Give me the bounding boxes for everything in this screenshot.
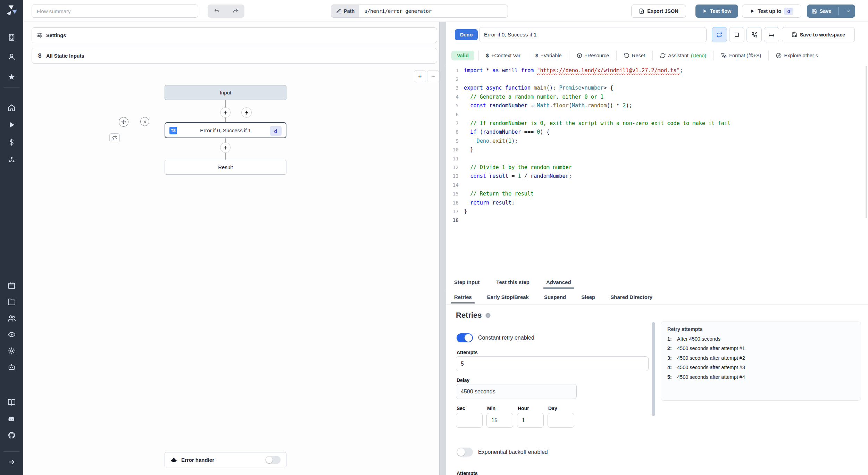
add-context-var-button[interactable]: $+Context Var <box>478 51 528 60</box>
subtab-shared-directory[interactable]: Shared Directory <box>610 291 653 303</box>
reset-button[interactable]: Reset <box>616 51 652 60</box>
save-button[interactable]: Save <box>807 5 836 17</box>
sidebar-gear-icon[interactable] <box>8 347 16 355</box>
suspend-button[interactable] <box>746 27 762 42</box>
hour-input[interactable] <box>517 413 544 428</box>
code-line[interactable]: 9 Deno.exit(1); <box>446 136 868 145</box>
add-resource-button[interactable]: +Resource <box>569 51 617 60</box>
code-line[interactable]: 17} <box>446 207 868 216</box>
all-static-inputs-button[interactable]: $ All Static Inputs <box>32 48 437 64</box>
code-line[interactable]: 15 // Return the result <box>446 189 868 198</box>
delay-input[interactable] <box>456 384 577 399</box>
compass-icon <box>776 53 782 58</box>
code-line[interactable]: 5 const randomNumber = Math.floor(Math.r… <box>446 101 868 110</box>
add-step-button[interactable] <box>220 107 231 118</box>
stop-button[interactable] <box>729 27 744 42</box>
delete-step-button[interactable] <box>140 117 149 126</box>
code-line[interactable]: 11 <box>446 154 868 163</box>
code-line[interactable]: 8 if (randomNumber === 0) { <box>446 128 868 136</box>
code-line[interactable]: 13 const result = 1 / randomNumber; <box>446 172 868 181</box>
sidebar-resources-icon[interactable] <box>8 156 16 164</box>
code-line[interactable]: 2 <box>446 75 868 83</box>
sidebar-eye-icon[interactable] <box>8 331 16 339</box>
format-button[interactable]: Format (⌘+S) <box>713 51 768 60</box>
code-editor[interactable]: 1import * as wmill from "https://deno.la… <box>446 64 868 275</box>
code-line[interactable]: 4 // Generate a random number, either 0 … <box>446 92 868 101</box>
min-input[interactable] <box>486 413 513 428</box>
sleep-button[interactable] <box>764 27 779 42</box>
add-variable-button[interactable]: $+Variable <box>528 51 569 60</box>
rotate-ccw-icon <box>624 53 629 58</box>
content-scrollbar[interactable] <box>652 322 655 416</box>
exponential-backoff-toggle[interactable] <box>457 448 473 457</box>
sidebar-robot-icon[interactable] <box>8 363 16 371</box>
panel-resize-handle[interactable] <box>439 22 446 475</box>
code-line[interactable]: 6 <box>446 110 868 119</box>
editor-scrollbar[interactable] <box>866 66 867 218</box>
retry-indicator-badge[interactable] <box>109 133 120 142</box>
code-line[interactable]: 16 return result; <box>446 198 868 207</box>
sidebar-star-icon[interactable] <box>8 73 16 81</box>
export-json-button[interactable]: Export JSON <box>631 5 686 18</box>
move-step-button[interactable] <box>119 117 128 127</box>
assistant-button[interactable]: Assistant(Deno) <box>652 51 713 60</box>
trigger-bolt-button[interactable] <box>241 107 252 118</box>
sidebar-calendar-icon[interactable] <box>8 282 16 290</box>
sidebar-user-icon[interactable] <box>8 53 16 61</box>
sidebar-users-icon[interactable] <box>8 314 16 322</box>
tab-advanced[interactable]: Advanced <box>545 276 572 288</box>
subtab-retries[interactable]: Retries <box>453 291 473 303</box>
flow-node-result[interactable]: Result <box>165 160 286 175</box>
explore-scripts-button[interactable]: Explore other s <box>768 51 825 60</box>
sec-input[interactable] <box>456 413 483 428</box>
flow-summary-input[interactable]: Flow summary <box>32 5 198 18</box>
sidebar-arrow-right-icon[interactable] <box>8 458 16 466</box>
flow-node-step[interactable]: TS Error if 0, Success if 1 d <box>165 122 286 138</box>
constant-retry-toggle[interactable] <box>457 333 473 342</box>
path-field[interactable]: Path u/henri/error_generator <box>331 5 508 18</box>
sidebar-github-icon[interactable] <box>8 431 16 439</box>
step-node-title: Error if 0, Success if 1 <box>200 127 251 133</box>
attempts-input[interactable] <box>456 356 649 371</box>
flow-node-input[interactable]: Input <box>165 85 286 100</box>
sidebar-folder-icon[interactable] <box>8 298 16 306</box>
zoom-in-button[interactable]: + <box>414 70 426 82</box>
sidebar-building-icon[interactable] <box>8 33 16 41</box>
sidebar-discord-icon[interactable] <box>8 415 16 423</box>
error-handler-toggle[interactable] <box>265 456 281 464</box>
redo-button[interactable] <box>226 5 244 18</box>
code-line[interactable]: 1import * as wmill from "https://deno.la… <box>446 66 868 75</box>
code-line[interactable]: 3export async function main(): Promise<n… <box>446 84 868 92</box>
tab-step-input[interactable]: Step Input <box>453 276 480 288</box>
error-handler-box[interactable]: Error handler <box>165 452 286 467</box>
windmill-logo-icon[interactable] <box>6 4 18 16</box>
tab-test-this-step[interactable]: Test this step <box>495 276 530 288</box>
sidebar-home-icon[interactable] <box>8 104 16 112</box>
step-name-input[interactable]: Error if 0, Success if 1 <box>479 27 707 42</box>
save-to-workspace-button[interactable]: Save to workspace <box>782 27 855 42</box>
retries-toggle-button[interactable] <box>712 27 727 42</box>
zoom-out-button[interactable]: − <box>427 70 439 82</box>
test-flow-button[interactable]: Test flow <box>695 5 738 18</box>
subtab-sleep[interactable]: Sleep <box>581 291 596 303</box>
day-input[interactable] <box>548 413 574 428</box>
sidebar-dollar-icon[interactable] <box>8 138 16 146</box>
undo-button[interactable] <box>208 5 226 18</box>
subtab-early-stop[interactable]: Early Stop/Break <box>486 291 529 303</box>
sidebar-book-icon[interactable] <box>8 398 16 406</box>
sidebar-play-icon[interactable] <box>8 121 16 129</box>
test-up-to-button[interactable]: Test up to d <box>742 5 801 18</box>
code-line[interactable]: 14 <box>446 181 868 189</box>
flow-settings-button[interactable]: Settings <box>32 27 437 43</box>
info-icon[interactable] <box>485 312 491 318</box>
code-line[interactable]: 10 } <box>446 145 868 154</box>
save-dropdown-button[interactable] <box>842 5 855 17</box>
code-line[interactable]: 7 // If randomNumber is 0, exit the scri… <box>446 119 868 127</box>
code-line[interactable]: 18 <box>446 216 868 225</box>
add-step-button[interactable] <box>220 142 231 153</box>
chevron-down-icon <box>846 9 851 14</box>
path-value[interactable]: u/henri/error_generator <box>359 5 436 17</box>
code-line[interactable]: 12 // Divide 1 by the random number <box>446 163 868 172</box>
subtab-suspend[interactable]: Suspend <box>543 291 567 303</box>
valid-badge: Valid <box>451 51 474 60</box>
